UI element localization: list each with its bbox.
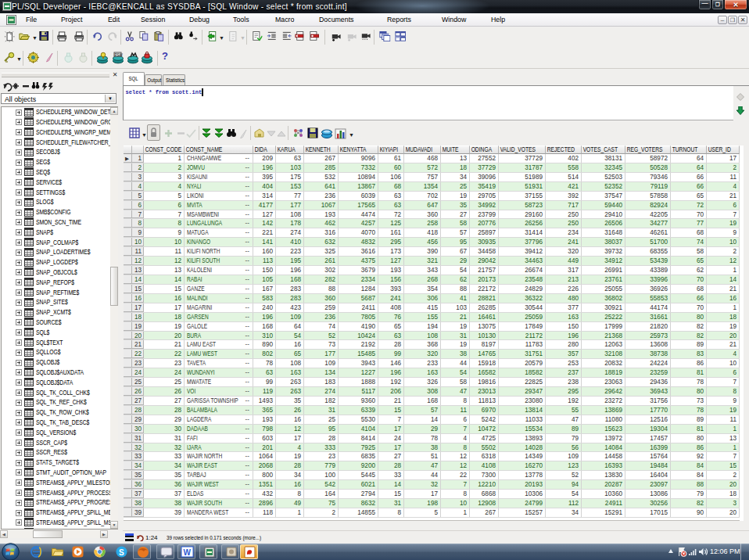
- svg-text:W: W: [184, 548, 192, 557]
- svg-text:S: S: [119, 548, 124, 557]
- svg-text:PSW: PSW: [115, 53, 124, 57]
